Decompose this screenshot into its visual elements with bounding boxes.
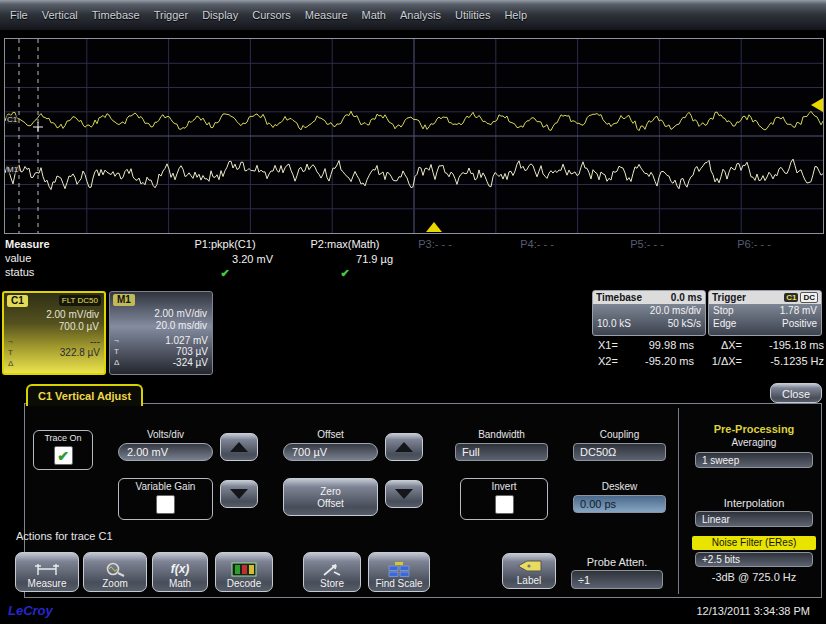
measure-p5[interactable]: P5:- - -	[607, 238, 687, 284]
bandwidth-label: Bandwidth	[455, 429, 548, 440]
measure-p1[interactable]: P1:pkpk(C1) 3.20 mV ✔	[165, 238, 285, 284]
store-button-label: Store	[320, 578, 344, 589]
x1-label: X1=	[598, 339, 630, 351]
menu-measure[interactable]: Measure	[305, 9, 348, 21]
up-arrow-icon	[395, 442, 413, 452]
close-button[interactable]: Close	[770, 383, 822, 403]
trace-on-checkbox[interactable]: Trace On ✔	[33, 430, 93, 470]
m1-trace-label: M1	[6, 165, 19, 174]
cursor-delta-icon: Δ	[8, 358, 13, 369]
offset-field[interactable]: 700 µV	[283, 443, 378, 461]
cursor-t-icon: T	[114, 346, 119, 357]
m1-chip: M1	[113, 294, 135, 306]
timebase-descriptor-box[interactable]: Timebase 0.0 ms 20.0 ms/div 10.0 kS50 kS…	[592, 290, 706, 336]
x2-label: X2=	[598, 355, 630, 367]
waveform-svg	[5, 39, 823, 233]
volts-div-field[interactable]: 2.00 mV	[118, 443, 213, 461]
find-scale-button[interactable]: Find Scale	[368, 552, 430, 592]
measure-p3[interactable]: P3:- - -	[395, 238, 475, 284]
menu-trigger[interactable]: Trigger	[154, 9, 188, 21]
menu-analysis[interactable]: Analysis	[400, 9, 441, 21]
timebase-title: Timebase	[596, 292, 642, 303]
menu-help[interactable]: Help	[504, 9, 527, 21]
menu-file[interactable]: File	[10, 9, 28, 21]
tab-c1-vertical-adjust[interactable]: C1 Vertical Adjust	[26, 384, 143, 406]
zero-offset-button[interactable]: Zero Offset	[283, 478, 378, 516]
up-arrow-icon	[230, 442, 248, 452]
coupling-dropdown[interactable]: DC50Ω	[573, 443, 666, 461]
coupling-label: Coupling	[573, 429, 666, 440]
averaging-field[interactable]: 1 sweep	[695, 452, 813, 468]
p3-name: P3:- - -	[395, 238, 475, 250]
waveform-display[interactable]: C1 M1	[4, 38, 824, 234]
c1-filter-badge: FLT DC50	[59, 295, 101, 306]
deskew-field[interactable]: 0.00 ps	[573, 495, 666, 513]
variable-gain-label: Variable Gain	[119, 481, 212, 492]
find-scale-icon	[387, 560, 411, 578]
measure-p6[interactable]: P6:- - -	[714, 238, 794, 284]
store-button[interactable]: Store	[303, 552, 361, 592]
c1-offset: 700.0 µV	[4, 321, 104, 333]
oscilloscope-screen: File Vertical Timebase Trigger Display C…	[0, 0, 826, 624]
timebase-samples: 10.0 kS	[597, 318, 631, 330]
c1-descriptor-box[interactable]: C1 FLT DC50 2.00 mV/div 700.0 µV ¬--- T3…	[2, 291, 106, 375]
probe-atten-field[interactable]: ÷1	[571, 570, 663, 589]
p5-name: P5:- - -	[607, 238, 687, 250]
c1-chip: C1	[7, 295, 28, 307]
offset-label: Offset	[283, 429, 378, 440]
math-button[interactable]: f(x) Math	[152, 552, 208, 592]
panel-divider	[678, 408, 679, 594]
menu-timebase[interactable]: Timebase	[92, 9, 140, 21]
trigger-descriptor-box[interactable]: Trigger C1 DC Stop1.78 mV EdgePositive	[708, 290, 822, 336]
trigger-level: 1.78 mV	[780, 305, 817, 317]
invert-box-icon	[495, 495, 514, 514]
trigger-slope: Positive	[782, 318, 817, 330]
volts-div-down-button[interactable]	[220, 480, 258, 508]
datetime-text: 12/13/2011 3:34:38 PM	[696, 605, 810, 617]
p4-name: P4:- - -	[497, 238, 577, 250]
bandwidth-dropdown[interactable]: Full	[455, 443, 548, 461]
interpolation-dropdown[interactable]: Linear	[695, 511, 813, 527]
measure-p2[interactable]: P2:max(Math) 71.9 µg ✔	[285, 238, 405, 284]
menu-display[interactable]: Display	[202, 9, 238, 21]
label-button[interactable]: Label	[502, 553, 556, 589]
trace-on-checkmark-icon: ✔	[54, 446, 73, 465]
timebase-delay: 0.0 ms	[671, 292, 702, 303]
measure-button[interactable]: Measure	[15, 552, 79, 592]
zoom-button[interactable]: Zoom	[83, 552, 147, 592]
trigger-level-marker-icon[interactable]	[811, 98, 823, 112]
menu-cursors[interactable]: Cursors	[252, 9, 291, 21]
m1-cursor1-value: 1.027 mV	[165, 335, 208, 346]
p2-name: P2:max(Math)	[285, 238, 405, 250]
p1-name: P1:pkpk(C1)	[165, 238, 285, 250]
invert-checkbox[interactable]: Invert	[460, 478, 548, 520]
lecroy-logo: LeCroy	[8, 603, 53, 618]
decode-button[interactable]: Decode	[215, 552, 273, 592]
p1-status-ok-icon: ✔	[165, 267, 285, 280]
measure-icon	[34, 560, 60, 578]
cursor-delta-icon: Δ	[114, 357, 119, 368]
m1-descriptor-box[interactable]: M1 2.00 mV/div 20.0 ms/div ¬1.027 mV T70…	[109, 291, 213, 375]
cursor-top-icon: ¬	[114, 335, 119, 346]
offset-down-button[interactable]	[385, 480, 423, 508]
down-arrow-icon	[230, 489, 248, 499]
label-tag-icon	[515, 557, 543, 575]
volts-div-up-button[interactable]	[220, 433, 258, 461]
measure-p4[interactable]: P4:- - -	[497, 238, 577, 284]
trigger-title: Trigger	[712, 292, 746, 303]
timebase-rate: 50 kS/s	[668, 318, 701, 330]
noise-filter-dropdown[interactable]: +2.5 bits	[695, 552, 813, 567]
trigger-type: Edge	[713, 318, 736, 330]
menu-math[interactable]: Math	[362, 9, 386, 21]
offset-up-button[interactable]	[385, 433, 423, 461]
menu-vertical[interactable]: Vertical	[42, 9, 78, 21]
trigger-time-marker-icon[interactable]	[426, 222, 442, 232]
c1-cursor2-value: 322.8 µV	[60, 347, 100, 358]
variable-gain-checkbox[interactable]: Variable Gain	[118, 478, 213, 520]
status-bar: LeCroy 12/13/2011 3:34:38 PM	[0, 600, 826, 624]
c1-volts-per-div: 2.00 mV/div	[4, 309, 104, 321]
menu-utilities[interactable]: Utilities	[455, 9, 490, 21]
inv-dx-label: 1/ΔX=	[694, 355, 742, 367]
zoom-button-label: Zoom	[102, 578, 128, 589]
actions-label: Actions for trace C1	[16, 530, 146, 542]
